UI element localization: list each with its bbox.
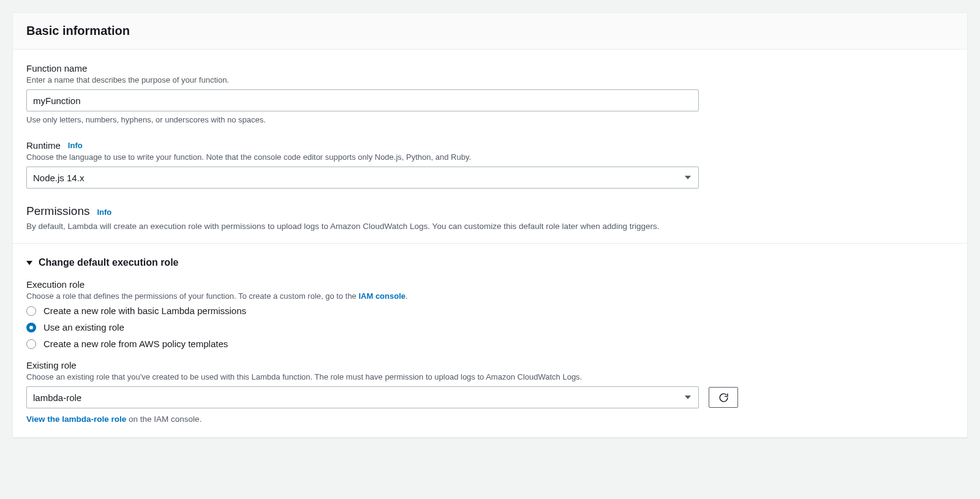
- permissions-title-row: Permissions Info: [26, 204, 954, 218]
- runtime-selected-value: Node.js 14.x: [33, 173, 84, 183]
- function-name-label: Function name: [26, 63, 954, 73]
- radio-label: Create a new role with basic Lambda perm…: [43, 306, 246, 316]
- function-name-input[interactable]: [26, 89, 699, 111]
- radio-use-existing[interactable]: Use an existing role: [26, 322, 954, 332]
- execution-role-radio-group: Create a new role with basic Lambda perm…: [26, 306, 954, 349]
- radio-icon: [26, 323, 36, 332]
- view-role-link[interactable]: View the lambda-role role: [26, 415, 126, 424]
- panel-body: Function name Enter a name that describe…: [13, 50, 967, 437]
- radio-create-new-basic[interactable]: Create a new role with basic Lambda perm…: [26, 306, 954, 316]
- existing-role-selected-value: lambda-role: [33, 392, 81, 403]
- refresh-icon: [718, 392, 729, 403]
- existing-role-row: lambda-role: [26, 386, 954, 408]
- existing-role-help: Choose an existing role that you've crea…: [26, 372, 954, 381]
- panel-title: Basic information: [26, 24, 954, 38]
- execution-role-label: Execution role: [26, 279, 954, 290]
- basic-information-panel: Basic information Function name Enter a …: [12, 12, 968, 438]
- runtime-label: Runtime: [26, 140, 61, 151]
- permissions-label: Permissions: [26, 204, 89, 218]
- runtime-info-link[interactable]: Info: [68, 141, 83, 150]
- permissions-desc: By default, Lambda will create an execut…: [26, 222, 954, 231]
- iam-console-link[interactable]: IAM console: [358, 291, 405, 301]
- existing-role-field: Existing role Choose an existing role th…: [26, 360, 954, 424]
- runtime-field: Runtime Info Choose the language to use …: [26, 140, 954, 189]
- permissions-section: Permissions Info By default, Lambda will…: [26, 204, 954, 231]
- radio-icon: [26, 306, 36, 316]
- function-name-hint: Use only letters, numbers, hyphens, or u…: [26, 115, 954, 124]
- chevron-down-icon: [26, 261, 32, 265]
- existing-role-footer: View the lambda-role role on the IAM con…: [26, 415, 954, 424]
- radio-label: Create a new role from AWS policy templa…: [43, 339, 228, 349]
- change-execution-role-expander[interactable]: Change default execution role: [26, 257, 954, 268]
- existing-role-label: Existing role: [26, 360, 954, 370]
- permissions-info-link[interactable]: Info: [97, 208, 111, 217]
- runtime-help: Choose the language to use to write your…: [26, 152, 954, 162]
- radio-icon: [26, 339, 36, 349]
- expander-title: Change default execution role: [39, 257, 178, 268]
- existing-role-select[interactable]: lambda-role: [26, 386, 699, 408]
- chevron-down-icon: [685, 396, 691, 399]
- divider: [13, 243, 967, 244]
- chevron-down-icon: [685, 176, 691, 179]
- refresh-button[interactable]: [709, 387, 738, 408]
- radio-create-from-templates[interactable]: Create a new role from AWS policy templa…: [26, 339, 954, 349]
- function-name-help: Enter a name that describes the purpose …: [26, 75, 954, 84]
- runtime-select[interactable]: Node.js 14.x: [26, 167, 699, 189]
- radio-label: Use an existing role: [43, 322, 124, 332]
- runtime-label-row: Runtime Info: [26, 140, 954, 151]
- execution-role-help: Choose a role that defines the permissio…: [26, 291, 954, 301]
- panel-header: Basic information: [13, 13, 967, 50]
- execution-role-field: Execution role Choose a role that define…: [26, 279, 954, 349]
- function-name-field: Function name Enter a name that describe…: [26, 63, 954, 124]
